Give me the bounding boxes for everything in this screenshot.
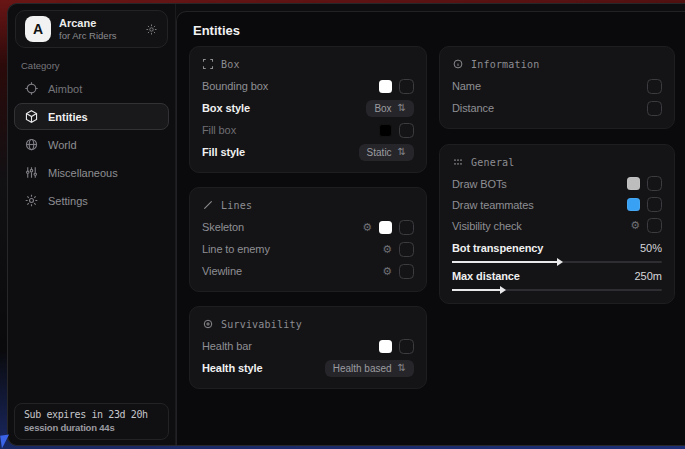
sidebar-item-settings[interactable]: Settings	[14, 187, 169, 214]
brand-name: Arcane	[59, 17, 117, 29]
select-value: Static	[367, 147, 392, 158]
bounding-box-checkbox[interactable]	[399, 79, 414, 94]
slider-thumb[interactable]	[557, 258, 563, 266]
settings-columns: Box Bounding box Box style Box	[189, 46, 675, 389]
setting-row: Skeleton ⚙	[202, 216, 414, 238]
color-swatch[interactable]	[379, 340, 392, 353]
box-card-header: Box	[202, 55, 414, 73]
crosshair-icon	[24, 81, 39, 96]
visibility-check-checkbox[interactable]	[647, 218, 662, 233]
line-to-enemy-checkbox[interactable]	[399, 242, 414, 257]
draw-teammates-checkbox[interactable]	[647, 197, 662, 212]
select-value: Health based	[333, 363, 392, 374]
setting-row: Viewline ⚙	[202, 260, 414, 282]
setting-row: Visibility check ⚙	[452, 215, 662, 236]
gear-icon[interactable]: ⚙	[382, 244, 392, 255]
sidebar-item-label: Settings	[48, 195, 88, 207]
row-label: Line to enemy	[202, 243, 270, 255]
row-label: Box style	[202, 102, 250, 114]
row-label: Name	[452, 80, 481, 92]
gear-icon[interactable]: ⚙	[382, 266, 392, 277]
card-title: Survivability	[221, 319, 302, 330]
setting-row: Line to enemy ⚙	[202, 238, 414, 260]
setting-row: Fill style Static ⇅	[202, 141, 414, 163]
left-column: Box Bounding box Box style Box	[189, 46, 427, 389]
information-card: Information Name Distance	[439, 46, 675, 129]
gear-icon[interactable]: ⚙	[630, 220, 640, 231]
general-card-header: General	[452, 153, 662, 171]
bot-transparency-slider[interactable]	[452, 261, 662, 263]
setting-row: Draw teammates	[452, 194, 662, 215]
slider-value: 250m	[634, 270, 662, 282]
gear-icon[interactable]	[145, 23, 158, 36]
gear-icon	[24, 193, 39, 208]
updown-arrows-icon: ⇅	[398, 103, 406, 113]
sidebar-item-label: World	[48, 139, 77, 151]
gear-icon[interactable]: ⚙	[362, 222, 372, 233]
setting-row: Box style Box ⇅	[202, 97, 414, 119]
row-label: Health bar	[202, 340, 252, 352]
fill-style-select[interactable]: Static ⇅	[359, 144, 414, 161]
max-distance-slider[interactable]	[452, 289, 662, 291]
category-label: Category	[21, 60, 60, 71]
row-label: Visibility check	[452, 220, 522, 232]
sidebar-item-aimbot[interactable]: Aimbot	[14, 75, 169, 102]
color-swatch[interactable]	[379, 221, 392, 234]
sidebar-item-miscellaneous[interactable]: Miscellaneous	[14, 159, 169, 186]
color-swatch[interactable]	[627, 177, 640, 190]
sidebar-item-entities[interactable]: Entities	[14, 103, 169, 130]
row-label: Draw BOTs	[452, 178, 507, 190]
sidebar-nav: Aimbot Entities World	[14, 75, 169, 215]
row-label: Max distance	[452, 270, 520, 282]
card-title: Box	[221, 59, 240, 70]
box-card: Box Bounding box Box style Box	[189, 46, 427, 173]
lines-card-header: Lines	[202, 196, 414, 214]
row-label: Viewline	[202, 265, 242, 277]
brand-card: A Arcane for Arc Riders	[15, 10, 168, 48]
diagonal-line-icon	[202, 199, 214, 211]
slider-value: 50%	[640, 242, 662, 254]
sub-expiry-text: Sub expires in 23d 20h	[24, 409, 159, 420]
row-label: Distance	[452, 102, 494, 114]
health-style-select[interactable]: Health based ⇅	[325, 360, 414, 377]
setting-row: Health bar	[202, 335, 414, 357]
box-style-select[interactable]: Box ⇅	[366, 100, 414, 117]
setting-row: Bounding box	[202, 75, 414, 97]
draw-bots-checkbox[interactable]	[647, 176, 662, 191]
distance-checkbox[interactable]	[647, 101, 662, 116]
skeleton-checkbox[interactable]	[399, 220, 414, 235]
health-bar-checkbox[interactable]	[399, 339, 414, 354]
lines-card: Lines Skeleton ⚙ Line to enemy ⚙	[189, 187, 427, 292]
setting-row: Health style Health based ⇅	[202, 357, 414, 379]
updown-arrows-icon: ⇅	[398, 363, 406, 373]
fill-box-checkbox[interactable]	[399, 123, 414, 138]
subscription-info: Sub expires in 23d 20h session duration …	[14, 403, 169, 440]
color-swatch[interactable]	[627, 198, 640, 211]
arcane-menu-window: A Arcane for Arc Riders Category	[7, 3, 685, 446]
avatar: A	[25, 16, 51, 42]
card-title: Information	[471, 59, 539, 70]
health-circle-icon	[202, 318, 214, 330]
right-column: Information Name Distance	[439, 46, 675, 389]
viewline-checkbox[interactable]	[399, 264, 414, 279]
row-label: Draw teammates	[452, 199, 534, 211]
sidebar-item-world[interactable]: World	[14, 131, 169, 158]
row-label: Skeleton	[202, 221, 244, 233]
slider-fill	[452, 289, 500, 291]
sidebar-item-label: Miscellaneous	[48, 167, 118, 179]
slider-fill	[452, 261, 557, 263]
color-swatch[interactable]	[379, 124, 392, 137]
color-swatch[interactable]	[379, 80, 392, 93]
sidebar-item-label: Entities	[48, 111, 88, 123]
session-duration-text: session duration 44s	[24, 422, 159, 433]
row-label: Bot transpenency	[452, 242, 543, 254]
row-label: Bounding box	[202, 80, 268, 92]
sidebar: A Arcane for Arc Riders Category	[8, 4, 176, 445]
name-checkbox[interactable]	[647, 79, 662, 94]
sidebar-item-label: Aimbot	[48, 83, 82, 95]
information-card-header: Information	[452, 55, 662, 73]
card-title: General	[471, 157, 515, 168]
slider-thumb[interactable]	[500, 286, 506, 294]
row-label: Fill box	[202, 124, 236, 136]
updown-arrows-icon: ⇅	[398, 147, 406, 157]
